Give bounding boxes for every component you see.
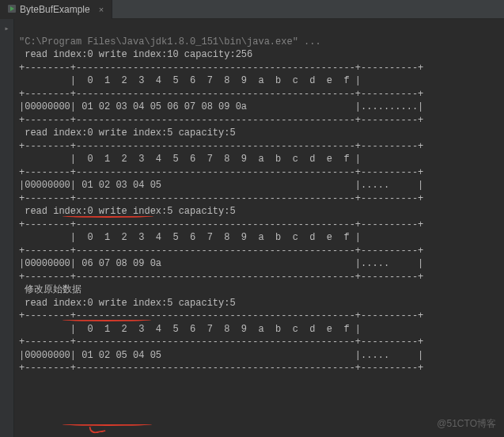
block2-data: |00000000| 01 02 03 04 05 |..... |	[19, 180, 423, 191]
block4-rule: +--------+------------------------------…	[19, 336, 423, 348]
block2-cols: | 0 1 2 3 4 5 6 7 8 9 a b c d e f |	[19, 154, 361, 165]
block2-rule: +--------+------------------------------…	[19, 141, 423, 152]
block3-rule: +--------+------------------------------…	[19, 219, 423, 230]
block2-rule: +--------+------------------------------…	[19, 167, 423, 178]
block3-data: |00000000| 06 07 08 09 0a |..... |	[19, 258, 423, 269]
block1-cols: | 0 1 2 3 4 5 6 7 8 9 a b c d e f |	[19, 75, 361, 86]
block1-rule: +--------+------------------------------…	[19, 115, 423, 126]
gutter: ▸	[0, 19, 14, 437]
console-output[interactable]: "C:\Program Files\Java\jdk1.8.0_151\bin\…	[14, 19, 504, 437]
tab-bar: ByteBufExample ×	[0, 0, 504, 19]
block2-header: read index:0 write index:5 capacity:5	[19, 127, 236, 139]
gutter-arrow-icon: ▸	[4, 24, 9, 33]
console-wrap: ▸ "C:\Program Files\Java\jdk1.8.0_151\bi…	[0, 19, 504, 437]
modify-label: 修改原始数据	[19, 284, 81, 295]
annotation-squiggle-icon	[89, 424, 105, 434]
block1-rule: +--------+------------------------------…	[19, 89, 423, 100]
block3-cols: | 0 1 2 3 4 5 6 7 8 9 a b c d e f |	[19, 232, 361, 243]
block4-data: |00000000| 01 02 05 04 05 |..... |	[19, 350, 423, 361]
block4-cols: | 0 1 2 3 4 5 6 7 8 9 a b c d e f |	[19, 324, 361, 335]
block1-rule: +--------+------------------------------…	[19, 63, 423, 74]
block4-rule: +--------+------------------------------…	[19, 363, 423, 374]
watermark: @51CTO博客	[437, 417, 496, 431]
block1-header: read index:0 write index:10 capacity:256	[19, 49, 252, 60]
block2-rule: +--------+------------------------------…	[19, 193, 423, 204]
tab-title: ByteBufExample	[20, 4, 90, 15]
annotation-underline-icon	[63, 423, 152, 426]
block1-data: |00000000| 01 02 03 04 05 06 07 08 09 0a…	[19, 101, 423, 112]
command-line: "C:\Program Files\Java\jdk1.8.0_151\bin\…	[19, 36, 321, 48]
block4-header: read index:0 write index:5 capacity:5	[19, 298, 236, 309]
tab-bytebuf-example[interactable]: ByteBufExample ×	[0, 0, 112, 19]
block3-rule: +--------+------------------------------…	[19, 245, 423, 256]
run-icon	[8, 4, 16, 15]
annotation-underline-icon	[63, 318, 151, 321]
close-icon[interactable]: ×	[99, 5, 104, 14]
block3-rule: +--------+------------------------------…	[19, 272, 423, 283]
annotation-underline-icon	[63, 215, 153, 218]
